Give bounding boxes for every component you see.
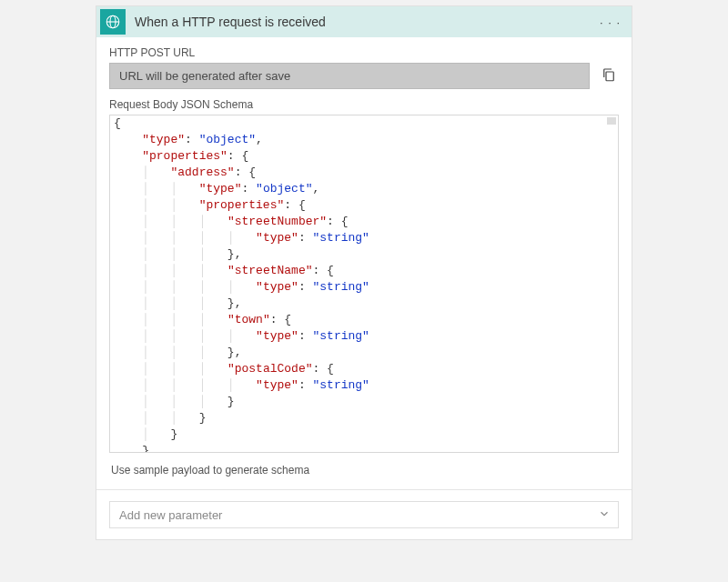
add-parameter-placeholder: Add new parameter [119, 508, 222, 522]
card-menu-button[interactable]: · · · [592, 15, 628, 29]
divider [96, 489, 632, 490]
schema-text[interactable]: { "type": "object", "properties": { │ "a… [110, 115, 618, 453]
card-header[interactable]: When a HTTP request is received · · · [96, 6, 632, 37]
card-title: When a HTTP request is received [135, 15, 592, 29]
copy-url-button[interactable] [599, 65, 619, 87]
svg-rect-3 [606, 72, 613, 81]
scrollbar-hint [607, 117, 616, 125]
schema-label: Request Body JSON Schema [109, 98, 619, 111]
url-row: URL will be generated after save [109, 63, 619, 89]
use-sample-payload-link[interactable]: Use sample payload to generate schema [109, 453, 619, 487]
add-parameter-dropdown[interactable]: Add new parameter [109, 501, 619, 528]
url-label: HTTP POST URL [109, 46, 619, 59]
url-value-box: URL will be generated after save [109, 63, 590, 89]
card-body: HTTP POST URL URL will be generated afte… [96, 37, 632, 528]
schema-editor[interactable]: { "type": "object", "properties": { │ "a… [109, 115, 619, 453]
trigger-card: When a HTTP request is received · · · HT… [96, 5, 632, 540]
http-trigger-icon [100, 9, 126, 35]
chevron-down-icon [598, 507, 611, 523]
